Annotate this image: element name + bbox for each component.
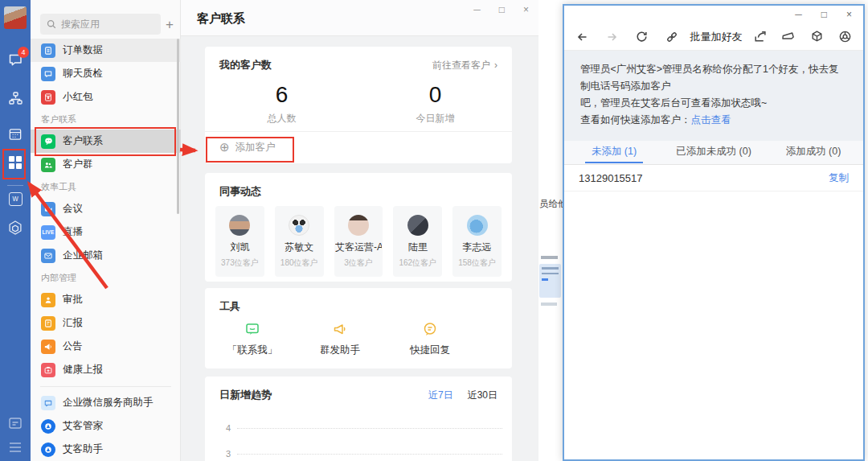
wecom-main-window: 4 w bbox=[0, 0, 538, 461]
page-title: 客户联系 bbox=[197, 0, 245, 36]
sidebar-item-announcement[interactable]: 公告 bbox=[31, 335, 181, 358]
sidebar-item-approval[interactable]: 审批 bbox=[31, 288, 181, 311]
sidebar-item-enterprise-mail[interactable]: 企业邮箱 bbox=[31, 244, 181, 267]
unread-badge: 4 bbox=[18, 47, 29, 58]
section-label-customer-contact: 客户联系 bbox=[31, 109, 181, 130]
background-fragment bbox=[539, 264, 561, 298]
background-fragment bbox=[541, 256, 558, 259]
chevron-right-icon: › bbox=[494, 60, 497, 71]
copy-button[interactable]: 复制 bbox=[829, 171, 849, 185]
page-header: 客户联系 ─ □ × bbox=[181, 0, 538, 36]
colleague-tile[interactable]: 刘凯 373位客户 bbox=[215, 206, 264, 277]
stat-total: 6 总人数 bbox=[205, 82, 358, 126]
stat-new-today: 0 今日新增 bbox=[358, 82, 512, 126]
colleague-tile[interactable]: 苏敏文 180位客户 bbox=[275, 206, 324, 277]
avatar bbox=[407, 215, 428, 236]
sidebar-item-customer-contact[interactable]: 客户联系 bbox=[31, 130, 181, 153]
sidebar-item-aike-manager[interactable]: 艾客管家 bbox=[31, 414, 181, 438]
close-button[interactable]: × bbox=[523, 4, 529, 15]
refresh-icon[interactable] bbox=[635, 30, 649, 43]
browser-titlebar: ─ □ × bbox=[564, 6, 863, 23]
avatar bbox=[348, 215, 369, 236]
sidebar-item-live[interactable]: LIVE 直播 bbox=[31, 220, 181, 244]
service-assistant-icon bbox=[41, 396, 55, 410]
sidebar-item-chat-qc[interactable]: 聊天质检 bbox=[31, 62, 181, 85]
avatar bbox=[289, 215, 309, 236]
view-customers-link[interactable]: 前往查看客户 › bbox=[432, 59, 497, 72]
sidebar-item-report[interactable]: 汇报 bbox=[31, 311, 181, 335]
trend-card: 日新增趋势 近7日 近30日 4 3 bbox=[205, 377, 512, 461]
rail-divider bbox=[7, 185, 23, 186]
close-button[interactable]: × bbox=[846, 9, 852, 20]
forward-icon[interactable] bbox=[605, 31, 619, 43]
tab-added-unsuccessful[interactable]: 已添加未成功 (0) bbox=[664, 141, 764, 164]
notice-line: 吧，管理员在艾客后台可查看添加状态哦~ bbox=[580, 95, 847, 112]
trend-range-7d[interactable]: 近7日 bbox=[428, 389, 453, 402]
tool-group-send[interactable]: 群发助手 bbox=[306, 320, 374, 357]
group-send-icon bbox=[306, 320, 374, 338]
browser-logo-icon[interactable] bbox=[838, 30, 852, 43]
minimize-button[interactable]: ─ bbox=[795, 9, 802, 20]
maximize-button[interactable]: □ bbox=[821, 9, 827, 20]
report-icon bbox=[41, 316, 55, 331]
calendar-icon[interactable] bbox=[0, 126, 31, 142]
tool-quick-reply[interactable]: 快捷回复 bbox=[396, 320, 464, 357]
sidebar-item-meeting[interactable]: 会议 bbox=[31, 197, 181, 220]
apps-hexagon-icon[interactable] bbox=[0, 220, 31, 236]
tools-card: 工具 「联系我」 群发助手 bbox=[205, 288, 512, 368]
main-window-controls: ─ □ × bbox=[473, 4, 529, 15]
sidebar-item-health-report[interactable]: 健康上报 bbox=[31, 358, 181, 381]
nav-rail: 4 w bbox=[0, 0, 31, 461]
card-title: 我的客户数 bbox=[219, 58, 272, 72]
search-icon bbox=[47, 19, 56, 29]
feedback-icon[interactable] bbox=[781, 31, 796, 43]
add-customer-button[interactable]: ⊕ 添加客户 bbox=[205, 131, 512, 163]
colleague-tile[interactable]: 李志远 158位客户 bbox=[452, 206, 502, 277]
phone-number: 13129015517 bbox=[579, 172, 643, 184]
announcement-icon bbox=[41, 340, 55, 354]
chart-gridline: 3 bbox=[219, 449, 502, 459]
app-list-panel: + 订单数据 聊天质检 小红包 客户联系 bbox=[31, 0, 181, 461]
quick-reply-icon bbox=[396, 320, 464, 338]
order-data-icon bbox=[41, 43, 55, 58]
tab-not-added[interactable]: 未添加 (1) bbox=[564, 141, 664, 164]
contact-me-icon bbox=[219, 320, 286, 338]
sidebar-item-red-packet[interactable]: 小红包 bbox=[31, 85, 181, 109]
colleague-tile[interactable]: 艾客运营-A... 3位客户 bbox=[334, 206, 383, 277]
trend-range-30d[interactable]: 近30日 bbox=[468, 389, 497, 402]
sidebar-item-aike-assistant[interactable]: 艾客助手 bbox=[31, 438, 181, 461]
search-input[interactable] bbox=[61, 19, 149, 30]
sidebar-item-wecom-service-assistant[interactable]: 企业微信服务商助手 bbox=[31, 391, 181, 414]
extension-cube-icon[interactable] bbox=[810, 30, 824, 43]
screen: 4 w bbox=[0, 0, 868, 461]
files-icon[interactable] bbox=[0, 415, 31, 431]
tab-added-success[interactable]: 添加成功 (0) bbox=[764, 141, 863, 164]
contacts-icon[interactable] bbox=[0, 90, 31, 106]
aike-manager-icon bbox=[41, 419, 55, 434]
link-icon[interactable] bbox=[665, 31, 679, 43]
user-avatar[interactable] bbox=[0, 6, 31, 29]
tool-contact-me[interactable]: 「联系我」 bbox=[219, 320, 286, 357]
avatar bbox=[229, 215, 250, 236]
background-text-fragment: 员给他 bbox=[539, 198, 563, 210]
sidebar-item-customer-group[interactable]: 客户群 bbox=[31, 153, 181, 176]
menu-icon[interactable] bbox=[0, 441, 31, 454]
docs-icon[interactable]: w bbox=[0, 192, 31, 206]
section-label-internal-mgmt: 内部管理 bbox=[31, 267, 181, 288]
add-app-button[interactable]: + bbox=[166, 18, 174, 31]
avatar bbox=[467, 215, 488, 236]
back-icon[interactable] bbox=[575, 31, 589, 43]
sidebar-item-order-data[interactable]: 订单数据 bbox=[31, 39, 181, 62]
share-icon[interactable] bbox=[753, 30, 767, 43]
scrollbar[interactable] bbox=[177, 39, 179, 214]
status-tabs: 未添加 (1) 已添加未成功 (0) 添加成功 (0) bbox=[564, 141, 863, 165]
workbench-icon[interactable] bbox=[0, 154, 31, 171]
app-search[interactable] bbox=[40, 14, 161, 35]
messages-icon[interactable]: 4 bbox=[0, 51, 31, 68]
health-report-icon bbox=[41, 363, 55, 377]
colleague-tile[interactable]: 陆里 162位客户 bbox=[393, 206, 442, 277]
minimize-button[interactable]: ─ bbox=[473, 4, 481, 15]
view-how-link[interactable]: 点击查看 bbox=[691, 114, 731, 126]
maximize-button[interactable]: □ bbox=[499, 4, 505, 15]
customer-contact-icon bbox=[41, 134, 55, 149]
